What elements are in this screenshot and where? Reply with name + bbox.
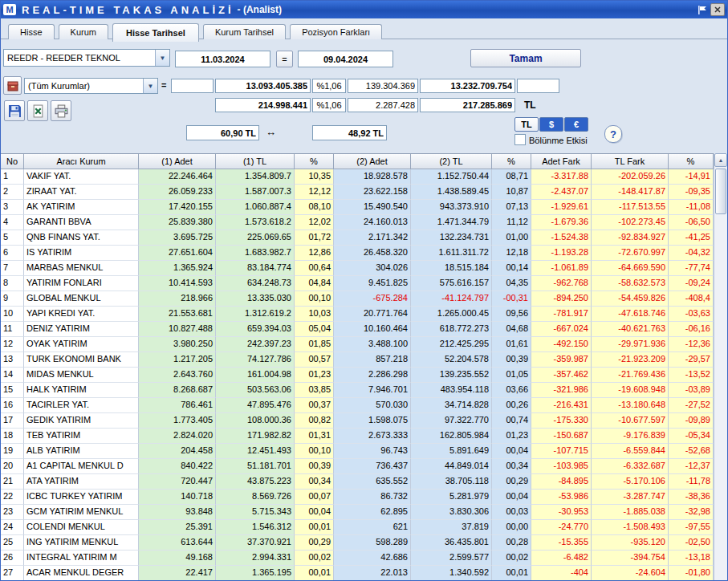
cell: 19: [1, 444, 24, 459]
cell: -394.754: [592, 551, 669, 566]
blank-input-left[interactable]: [171, 79, 214, 93]
table-row[interactable]: 27ACAR MENKUL DEGER22.4171.365.19500,012…: [1, 566, 714, 580]
tab-pozisyon-farklari[interactable]: Pozisyon Farkları: [290, 24, 382, 40]
cell: -13.180.648: [592, 398, 669, 413]
table-row[interactable]: 11DENIZ YATIRIM10.827.488659.394.0305,04…: [1, 322, 714, 337]
currency-eur-button[interactable]: €: [564, 117, 588, 132]
table-row[interactable]: 18TEB YATIRIM2.824.020171.982.8201,312.6…: [1, 429, 714, 444]
column-header[interactable]: (1) Adet: [139, 154, 216, 169]
tab-hisse[interactable]: Hisse: [8, 24, 55, 40]
date-to-input[interactable]: [298, 51, 393, 67]
cell: 635.552: [334, 474, 411, 490]
table-row[interactable]: 21ATA YATIRIM720.44743.875.22300,34635.5…: [1, 474, 714, 490]
flag-icon[interactable]: [695, 4, 708, 15]
tab-kurum[interactable]: Kurum: [59, 24, 108, 40]
cell: 25.839.380: [139, 215, 216, 230]
cell: 62.895: [334, 505, 411, 520]
column-header[interactable]: Adet Fark: [531, 154, 592, 169]
cell: INTEGRAL YATIRIM M: [24, 551, 139, 566]
table-row[interactable]: 2ZIRAAT YAT.26.059.2331.587.007.312,1223…: [1, 185, 714, 200]
table-row[interactable]: 1VAKIF YAT.22.246.4641.354.809.710,3518.…: [1, 169, 714, 185]
tl-diff-input[interactable]: [348, 98, 418, 112]
tl-total-after-input[interactable]: [420, 98, 515, 112]
chevron-down-icon: ▼: [155, 50, 169, 66]
table-row[interactable]: 8YATIRIM FONLARI10.414.593634.248.7304,8…: [1, 276, 714, 291]
cell: ALB YATIRIM: [24, 444, 139, 459]
currency-tl-button[interactable]: TL: [514, 117, 539, 132]
table-row[interactable]: 10YAPI KREDI YAT.21.553.6811.312.619.210…: [1, 307, 714, 322]
vertical-scrollbar[interactable]: ▲: [714, 153, 727, 580]
save-button[interactable]: [4, 100, 25, 121]
column-header[interactable]: %: [669, 154, 714, 169]
tab-kurum-tarihsel[interactable]: Kurum Tarihsel: [203, 24, 286, 40]
table-row[interactable]: 26INTEGRAL YATIRIM M49.1682.994.33100,02…: [1, 551, 714, 566]
cell: -117.513.55: [592, 200, 669, 215]
tl-total-before-input[interactable]: [215, 98, 311, 112]
column-header[interactable]: No: [1, 154, 24, 169]
cell: 11,12: [492, 215, 531, 230]
scroll-up-button[interactable]: ▲: [714, 153, 727, 167]
confirm-button[interactable]: Tamam: [470, 49, 581, 67]
cell: 13: [1, 352, 24, 368]
cell: 00,74: [492, 413, 531, 429]
table-row[interactable]: 19ALB YATIRIM204.45812.451.49300,1096.74…: [1, 444, 714, 459]
stock-select[interactable]: REEDR - REEDER TEKNOL ▼: [3, 49, 170, 67]
equals-label: =: [161, 80, 166, 90]
table-row[interactable]: 23GCM YATIRIM MENKUL93.8485.715.34300,04…: [1, 505, 714, 520]
brokers-select[interactable]: (Tüm Kurumlar) ▼: [24, 78, 158, 94]
currency-usd-button[interactable]: $: [539, 117, 563, 132]
table-row[interactable]: 13TURK EKONOMI BANK1.217.20574.127.78600…: [1, 352, 714, 368]
blank-input-right[interactable]: [517, 79, 559, 93]
column-header[interactable]: (2) TL: [411, 154, 492, 169]
brokers-list-button[interactable]: [3, 76, 22, 95]
table-row[interactable]: 24COLENDI MENKUL25.3911.546.31200,016213…: [1, 520, 714, 535]
printer-icon: [55, 104, 68, 118]
table-row[interactable]: 9GLOBAL MENKUL218.96613.335.03000,10-675…: [1, 291, 714, 307]
shares-diff-input[interactable]: [348, 79, 418, 93]
cell: 8: [1, 276, 24, 291]
date-from-input[interactable]: [175, 51, 270, 67]
table-row[interactable]: 5QNB FINANS YAT.3.695.725225.069.6501,72…: [1, 230, 714, 246]
table-row[interactable]: 12OYAK YATIRIM3.980.250242.397.2301,853.…: [1, 337, 714, 352]
print-button[interactable]: [51, 100, 71, 121]
table-row[interactable]: 16TACIRLER YAT.786.46147.895.47600,37570…: [1, 398, 714, 413]
help-button[interactable]: ?: [604, 125, 622, 143]
cell: 204.458: [139, 444, 216, 459]
shares-total-after-input[interactable]: [420, 79, 515, 93]
price-from-input[interactable]: [186, 125, 259, 140]
cell: 26.458.320: [334, 246, 411, 261]
table-row[interactable]: 15HALK YATIRIM8.268.687503.563.0603,857.…: [1, 383, 714, 398]
equals-button[interactable]: =: [276, 51, 293, 67]
cell: DENIZ YATIRIM: [24, 322, 139, 337]
price-to-input[interactable]: [312, 125, 387, 140]
cell: 1.587.007.3: [216, 185, 295, 200]
table-row[interactable]: 25ING YATIRIM MENKUL613.64437.370.92100,…: [1, 535, 714, 551]
shares-pct-input[interactable]: [312, 79, 346, 93]
table-row[interactable]: 20A1 CAPITAL MENKUL D840.42251.181.70100…: [1, 459, 714, 474]
table-row[interactable]: 22ICBC TURKEY YATIRIM140.7188.569.72600,…: [1, 490, 714, 505]
split-effect-checkbox[interactable]: [514, 134, 526, 145]
column-header[interactable]: Aracı Kurum: [24, 154, 139, 169]
cell: 20: [1, 459, 24, 474]
table-row[interactable]: 4GARANTI BBVA25.839.3801.573.618.212,022…: [1, 215, 714, 230]
cell: 01,23: [492, 429, 531, 444]
column-header[interactable]: %: [492, 154, 531, 169]
export-excel-button[interactable]: [27, 100, 48, 121]
cell: -09,24: [669, 276, 714, 291]
cell: -102.273.45: [592, 215, 669, 230]
table-row[interactable]: 3AK YATIRIM17.420.1551.060.887.408,1015.…: [1, 200, 714, 215]
column-header[interactable]: TL Fark: [592, 154, 669, 169]
table-row[interactable]: 17GEDIK YATIRIM1.773.405108.000.3600,821…: [1, 413, 714, 429]
column-header[interactable]: (2) Adet: [334, 154, 411, 169]
close-button[interactable]: [710, 3, 725, 16]
scroll-thumb[interactable]: [715, 169, 726, 214]
shares-total-before-input[interactable]: [215, 79, 311, 93]
tab-hisse-tarihsel[interactable]: Hisse Tarihsel: [112, 23, 199, 42]
table-row[interactable]: 14MIDAS MENKUL2.643.760161.004.9801,232.…: [1, 368, 714, 383]
tl-pct-input[interactable]: [312, 98, 346, 112]
cell: 1.438.589.45: [411, 185, 492, 200]
table-row[interactable]: 6IS YATIRIM27.651.6041.683.982.712,8626.…: [1, 246, 714, 261]
column-header[interactable]: (1) TL: [216, 154, 295, 169]
table-row[interactable]: 7MARBAS MENKUL1.365.92483.184.77400,6430…: [1, 261, 714, 276]
column-header[interactable]: %: [295, 154, 334, 169]
